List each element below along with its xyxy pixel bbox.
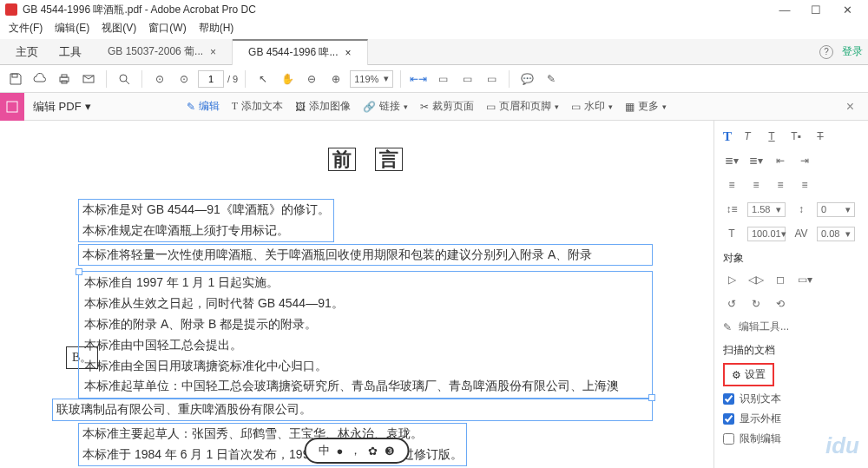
save-icon[interactable] (5, 69, 26, 89)
align-right-icon[interactable]: ≡ (772, 176, 789, 194)
bubble-icon[interactable]: ， (350, 443, 361, 458)
document-view[interactable]: 前 言 本标准是对 GB 4544—91《啤酒瓶》的修订。本标准规定在啤酒瓶上须… (0, 121, 713, 468)
flip-h-icon[interactable]: ▷ (723, 271, 740, 288)
fit-width-icon[interactable]: ⇤⇥ (408, 69, 429, 89)
tool-edit[interactable]: ✎编辑 (187, 99, 220, 114)
svg-rect-2 (62, 75, 67, 77)
help-icon[interactable]: ? (819, 45, 833, 59)
indent-icon[interactable]: ⇥ (796, 152, 813, 169)
crop-obj-icon[interactable]: ◻ (772, 271, 789, 288)
tool-more[interactable]: ▦更多▾ (625, 99, 667, 114)
color-icon[interactable]: T▪ (787, 128, 805, 145)
close-icon[interactable]: × (345, 47, 352, 59)
bubble-icon[interactable]: ❸ (385, 445, 395, 458)
show-outline-checkbox[interactable]: 显示外框 (723, 412, 859, 426)
text-block[interactable]: 联玻璃制品有限公司、重庆啤酒股份有限公司。 (52, 399, 653, 421)
sign-icon[interactable]: ✎ (541, 69, 562, 89)
align-left-icon[interactable]: ≡ (723, 176, 740, 194)
text-block[interactable]: 本标准是对 GB 4544—91《啤酒瓶》的修订。本标准规定在啤酒瓶上须打专用标… (78, 199, 334, 242)
svg-line-6 (126, 81, 129, 84)
pointer-icon[interactable]: ↖ (253, 69, 273, 89)
flip-v-icon[interactable]: ◁▷ (747, 271, 765, 288)
svg-rect-0 (12, 74, 17, 77)
bubble-icon[interactable]: ✿ (368, 445, 378, 458)
char-space-icon: AV (792, 225, 810, 242)
strike-icon[interactable]: T (812, 128, 829, 145)
bullet-list-icon[interactable]: ≣▾ (723, 152, 740, 169)
menu-view[interactable]: 视图(V) (102, 21, 136, 36)
menu-file[interactable]: 文件(F) (9, 21, 43, 36)
pencil-icon: ✎ (723, 321, 732, 333)
align-justify-icon[interactable]: ≡ (796, 176, 813, 194)
zoom-out-icon[interactable]: ⊖ (301, 69, 322, 89)
zoom-select[interactable]: 119%▾ (350, 70, 393, 88)
tool-header-footer[interactable]: ▭页眉和页脚▾ (486, 99, 559, 114)
hscale-input[interactable]: 100.01▾ (747, 227, 786, 241)
page-up-icon[interactable]: ⊙ (149, 69, 170, 89)
zoom-in-icon[interactable]: ⊕ (326, 69, 346, 89)
settings-button[interactable]: ⚙ 设置 (723, 363, 774, 386)
tab-home[interactable]: 主页 (5, 44, 49, 60)
arrange-icon[interactable]: ▭▾ (796, 271, 813, 288)
close-button[interactable]: ✕ (832, 3, 863, 16)
bubble-icon[interactable]: ● (337, 445, 344, 458)
align-center-icon[interactable]: ≡ (747, 176, 765, 194)
fit-page-icon[interactable]: ▭ (432, 69, 453, 89)
menu-help[interactable]: 帮助(H) (199, 21, 234, 36)
rotate-cw-icon[interactable]: ↻ (747, 295, 765, 313)
main-toolbar: ⊙ ⊙ / 9 ↖ ✋ ⊖ ⊕ 119%▾ ⇤⇥ ▭ ▭ ▭ 💬 ✎ (0, 65, 868, 93)
tool-watermark[interactable]: ▭水印▾ (571, 99, 613, 114)
close-editbar-icon[interactable]: × (846, 99, 854, 115)
tab-tools[interactable]: 工具 (49, 44, 92, 60)
window-title: GB 4544-1996 啤酒瓶.pdf - Adobe Acrobat Pro… (23, 3, 769, 17)
svg-rect-7 (7, 102, 17, 112)
page-down-icon[interactable]: ⊙ (174, 69, 194, 89)
doc-tab-2[interactable]: GB 4544-1996 啤...× (233, 39, 367, 65)
print-icon[interactable] (54, 69, 75, 89)
hand-icon[interactable]: ✋ (277, 69, 298, 89)
doc-heading[interactable]: 前 言 (78, 147, 653, 173)
menu-window[interactable]: 窗口(W) (148, 21, 186, 36)
recognize-text-checkbox[interactable]: 识别文本 (723, 392, 859, 406)
tool-crop[interactable]: ✂裁剪页面 (420, 99, 474, 114)
layout2-icon[interactable]: ▭ (481, 69, 502, 89)
number-list-icon[interactable]: ≣▾ (747, 152, 765, 169)
tool-add-image[interactable]: 🖼添加图像 (295, 99, 351, 114)
tool-link[interactable]: 🔗链接▾ (363, 99, 408, 114)
menu-edit[interactable]: 编辑(E) (55, 21, 89, 36)
line-spacing-icon: ↕≡ (723, 201, 740, 218)
edit-mode-icon[interactable] (0, 93, 24, 121)
section-object: 对象 (723, 251, 859, 266)
outdent-icon[interactable]: ⇤ (772, 152, 789, 169)
search-icon[interactable] (114, 69, 135, 89)
para-spacing-icon: ↕ (792, 201, 810, 218)
italic-icon[interactable]: T (739, 128, 756, 145)
replace-icon[interactable]: ⟲ (772, 295, 789, 313)
layout1-icon[interactable]: ▭ (457, 69, 477, 89)
login-link[interactable]: 登录 (842, 44, 863, 59)
text-style-row: T T T T▪ T (723, 128, 859, 145)
floating-toolbar[interactable]: 中 ● ， ✿ ❸ (305, 438, 410, 464)
rotate-ccw-icon[interactable]: ↺ (723, 295, 740, 313)
tool-add-text[interactable]: T添加文本 (232, 99, 283, 114)
comment-icon[interactable]: 💬 (516, 69, 537, 89)
doc-tab-1[interactable]: GB 15037-2006 葡...× (92, 39, 233, 65)
maximize-button[interactable]: ☐ (800, 3, 832, 16)
close-icon[interactable]: × (210, 46, 216, 58)
selected-text-block[interactable]: 本标准自 1997 年 1 月 1 日起实施。 本标准从生效之日起，同时代替 G… (78, 271, 653, 399)
minimize-button[interactable]: — (769, 3, 800, 16)
cloud-icon[interactable] (30, 69, 50, 89)
line-spacing-input[interactable]: 1.58▾ (747, 202, 786, 217)
para-spacing-input[interactable]: 0▾ (817, 202, 855, 217)
edit-tool-link[interactable]: ✎ 编辑工具... (723, 320, 859, 334)
text-block[interactable]: 本标准主要起草人：张国秀、邱鹤雪、王宝华、林永治、袁珑。本标准于 1984 年 … (78, 423, 467, 466)
bubble-icon[interactable]: 中 (319, 443, 330, 458)
restrict-edit-checkbox[interactable]: 限制编辑 (723, 432, 859, 446)
underline-icon[interactable]: T (763, 128, 780, 145)
tab-bar: 主页 工具 GB 15037-2006 葡...× GB 4544-1996 啤… (0, 39, 868, 65)
page-input[interactable] (198, 70, 224, 88)
text-tool-icon[interactable]: T (723, 129, 732, 144)
mail-icon[interactable] (78, 69, 99, 89)
text-block[interactable]: 本标准将轻量一次性使用啤酒瓶、关于啤酒瓶回收使用期限和包装的建议分别列入附录 A… (78, 244, 653, 267)
char-space-input[interactable]: 0.08▾ (817, 227, 855, 241)
